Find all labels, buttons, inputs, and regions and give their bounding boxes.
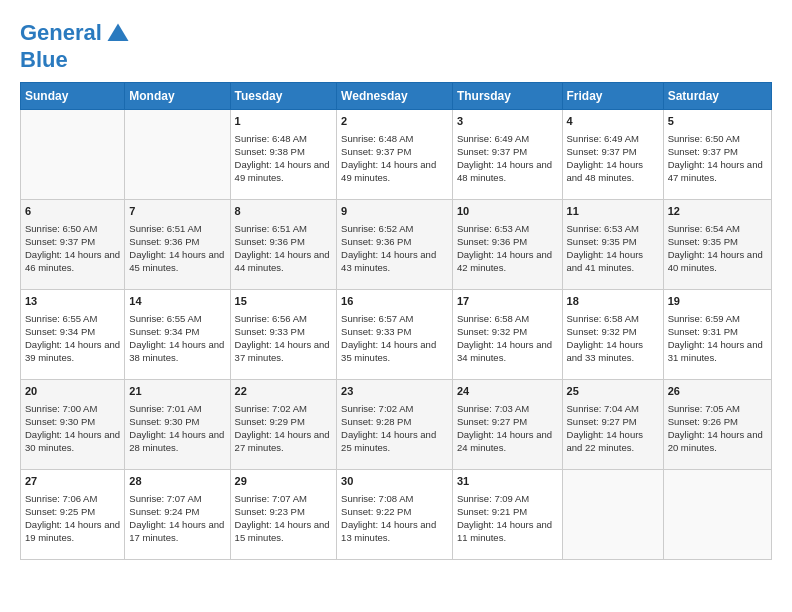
day-info: Sunrise: 6:54 AM Sunset: 9:35 PM Dayligh…	[668, 222, 767, 275]
calendar-cell	[125, 110, 230, 200]
day-number: 31	[457, 474, 558, 489]
logo-blue: Blue	[20, 47, 68, 72]
calendar-header: SundayMondayTuesdayWednesdayThursdayFrid…	[21, 83, 772, 110]
calendar-cell: 20Sunrise: 7:00 AM Sunset: 9:30 PM Dayli…	[21, 380, 125, 470]
day-info: Sunrise: 6:59 AM Sunset: 9:31 PM Dayligh…	[668, 312, 767, 365]
logo-general: General	[20, 20, 102, 45]
weekday-header: Friday	[562, 83, 663, 110]
day-number: 11	[567, 204, 659, 219]
day-number: 14	[129, 294, 225, 309]
day-number: 18	[567, 294, 659, 309]
day-info: Sunrise: 7:08 AM Sunset: 9:22 PM Dayligh…	[341, 492, 448, 545]
day-info: Sunrise: 6:50 AM Sunset: 9:37 PM Dayligh…	[668, 132, 767, 185]
calendar-cell: 17Sunrise: 6:58 AM Sunset: 9:32 PM Dayli…	[452, 290, 562, 380]
svg-marker-0	[107, 24, 128, 42]
calendar-cell: 26Sunrise: 7:05 AM Sunset: 9:26 PM Dayli…	[663, 380, 771, 470]
day-number: 19	[668, 294, 767, 309]
day-info: Sunrise: 7:02 AM Sunset: 9:28 PM Dayligh…	[341, 402, 448, 455]
calendar-week-row: 6Sunrise: 6:50 AM Sunset: 9:37 PM Daylig…	[21, 200, 772, 290]
calendar-cell: 15Sunrise: 6:56 AM Sunset: 9:33 PM Dayli…	[230, 290, 337, 380]
day-number: 15	[235, 294, 333, 309]
calendar-cell: 30Sunrise: 7:08 AM Sunset: 9:22 PM Dayli…	[337, 470, 453, 560]
day-info: Sunrise: 6:58 AM Sunset: 9:32 PM Dayligh…	[457, 312, 558, 365]
weekday-header: Thursday	[452, 83, 562, 110]
weekday-header: Sunday	[21, 83, 125, 110]
logo: General Blue	[20, 20, 132, 72]
day-info: Sunrise: 7:04 AM Sunset: 9:27 PM Dayligh…	[567, 402, 659, 455]
day-number: 30	[341, 474, 448, 489]
calendar-cell: 27Sunrise: 7:06 AM Sunset: 9:25 PM Dayli…	[21, 470, 125, 560]
day-info: Sunrise: 7:09 AM Sunset: 9:21 PM Dayligh…	[457, 492, 558, 545]
calendar-cell: 3Sunrise: 6:49 AM Sunset: 9:37 PM Daylig…	[452, 110, 562, 200]
day-info: Sunrise: 6:51 AM Sunset: 9:36 PM Dayligh…	[129, 222, 225, 275]
day-number: 10	[457, 204, 558, 219]
calendar-cell: 1Sunrise: 6:48 AM Sunset: 9:38 PM Daylig…	[230, 110, 337, 200]
page-header: General Blue	[20, 20, 772, 72]
calendar-cell: 8Sunrise: 6:51 AM Sunset: 9:36 PM Daylig…	[230, 200, 337, 290]
day-info: Sunrise: 6:57 AM Sunset: 9:33 PM Dayligh…	[341, 312, 448, 365]
day-info: Sunrise: 7:05 AM Sunset: 9:26 PM Dayligh…	[668, 402, 767, 455]
calendar-cell: 23Sunrise: 7:02 AM Sunset: 9:28 PM Dayli…	[337, 380, 453, 470]
day-number: 24	[457, 384, 558, 399]
weekday-header: Monday	[125, 83, 230, 110]
day-info: Sunrise: 6:55 AM Sunset: 9:34 PM Dayligh…	[129, 312, 225, 365]
day-info: Sunrise: 6:56 AM Sunset: 9:33 PM Dayligh…	[235, 312, 333, 365]
logo-icon	[104, 20, 132, 48]
day-number: 6	[25, 204, 120, 219]
day-number: 8	[235, 204, 333, 219]
calendar-cell	[663, 470, 771, 560]
calendar-cell: 7Sunrise: 6:51 AM Sunset: 9:36 PM Daylig…	[125, 200, 230, 290]
day-info: Sunrise: 6:52 AM Sunset: 9:36 PM Dayligh…	[341, 222, 448, 275]
day-number: 25	[567, 384, 659, 399]
calendar-cell: 5Sunrise: 6:50 AM Sunset: 9:37 PM Daylig…	[663, 110, 771, 200]
day-info: Sunrise: 6:49 AM Sunset: 9:37 PM Dayligh…	[567, 132, 659, 185]
calendar-cell	[562, 470, 663, 560]
day-info: Sunrise: 7:02 AM Sunset: 9:29 PM Dayligh…	[235, 402, 333, 455]
day-number: 26	[668, 384, 767, 399]
calendar-cell: 21Sunrise: 7:01 AM Sunset: 9:30 PM Dayli…	[125, 380, 230, 470]
calendar-cell: 2Sunrise: 6:48 AM Sunset: 9:37 PM Daylig…	[337, 110, 453, 200]
calendar-cell: 29Sunrise: 7:07 AM Sunset: 9:23 PM Dayli…	[230, 470, 337, 560]
calendar-week-row: 27Sunrise: 7:06 AM Sunset: 9:25 PM Dayli…	[21, 470, 772, 560]
day-info: Sunrise: 6:58 AM Sunset: 9:32 PM Dayligh…	[567, 312, 659, 365]
day-number: 2	[341, 114, 448, 129]
day-number: 20	[25, 384, 120, 399]
day-number: 27	[25, 474, 120, 489]
day-number: 22	[235, 384, 333, 399]
day-number: 5	[668, 114, 767, 129]
day-info: Sunrise: 7:03 AM Sunset: 9:27 PM Dayligh…	[457, 402, 558, 455]
day-info: Sunrise: 7:00 AM Sunset: 9:30 PM Dayligh…	[25, 402, 120, 455]
day-info: Sunrise: 6:48 AM Sunset: 9:38 PM Dayligh…	[235, 132, 333, 185]
day-number: 23	[341, 384, 448, 399]
calendar-cell: 12Sunrise: 6:54 AM Sunset: 9:35 PM Dayli…	[663, 200, 771, 290]
calendar-cell: 4Sunrise: 6:49 AM Sunset: 9:37 PM Daylig…	[562, 110, 663, 200]
day-info: Sunrise: 6:51 AM Sunset: 9:36 PM Dayligh…	[235, 222, 333, 275]
day-info: Sunrise: 7:06 AM Sunset: 9:25 PM Dayligh…	[25, 492, 120, 545]
calendar-week-row: 1Sunrise: 6:48 AM Sunset: 9:38 PM Daylig…	[21, 110, 772, 200]
calendar-cell	[21, 110, 125, 200]
day-number: 12	[668, 204, 767, 219]
calendar-cell: 19Sunrise: 6:59 AM Sunset: 9:31 PM Dayli…	[663, 290, 771, 380]
calendar-cell: 31Sunrise: 7:09 AM Sunset: 9:21 PM Dayli…	[452, 470, 562, 560]
calendar-cell: 16Sunrise: 6:57 AM Sunset: 9:33 PM Dayli…	[337, 290, 453, 380]
day-info: Sunrise: 6:55 AM Sunset: 9:34 PM Dayligh…	[25, 312, 120, 365]
day-number: 17	[457, 294, 558, 309]
day-number: 7	[129, 204, 225, 219]
calendar-cell: 9Sunrise: 6:52 AM Sunset: 9:36 PM Daylig…	[337, 200, 453, 290]
calendar-cell: 24Sunrise: 7:03 AM Sunset: 9:27 PM Dayli…	[452, 380, 562, 470]
day-number: 1	[235, 114, 333, 129]
calendar-cell: 28Sunrise: 7:07 AM Sunset: 9:24 PM Dayli…	[125, 470, 230, 560]
logo-text: General Blue	[20, 20, 132, 72]
calendar-cell: 6Sunrise: 6:50 AM Sunset: 9:37 PM Daylig…	[21, 200, 125, 290]
day-info: Sunrise: 7:07 AM Sunset: 9:23 PM Dayligh…	[235, 492, 333, 545]
day-number: 21	[129, 384, 225, 399]
day-info: Sunrise: 7:01 AM Sunset: 9:30 PM Dayligh…	[129, 402, 225, 455]
calendar-body: 1Sunrise: 6:48 AM Sunset: 9:38 PM Daylig…	[21, 110, 772, 560]
calendar-cell: 18Sunrise: 6:58 AM Sunset: 9:32 PM Dayli…	[562, 290, 663, 380]
day-number: 29	[235, 474, 333, 489]
day-info: Sunrise: 6:53 AM Sunset: 9:35 PM Dayligh…	[567, 222, 659, 275]
day-info: Sunrise: 6:53 AM Sunset: 9:36 PM Dayligh…	[457, 222, 558, 275]
day-number: 16	[341, 294, 448, 309]
day-number: 9	[341, 204, 448, 219]
day-number: 13	[25, 294, 120, 309]
